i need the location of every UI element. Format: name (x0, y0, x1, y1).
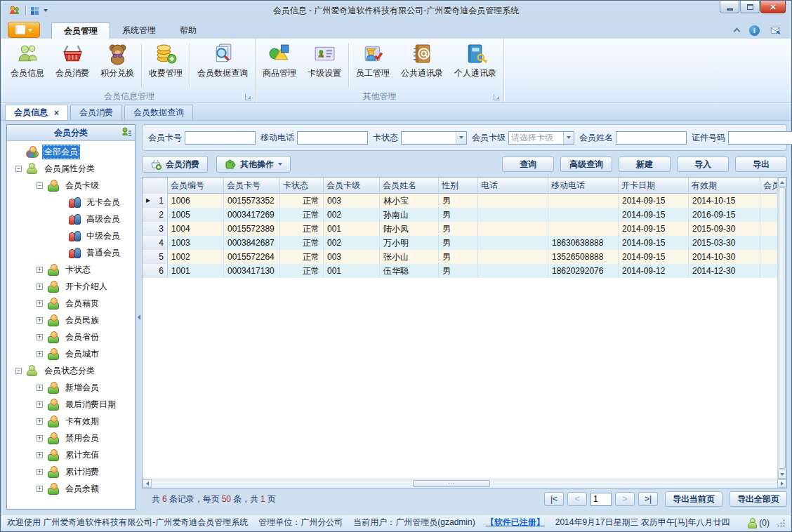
tree-expander-icon[interactable] (37, 284, 43, 290)
search-input[interactable] (728, 131, 792, 145)
tree-expander-icon[interactable] (15, 149, 22, 155)
tree-expander-icon[interactable] (37, 317, 43, 324)
vertical-scrollbar[interactable] (777, 178, 786, 479)
doc-tab-member-consume[interactable]: 会员消费 (70, 105, 122, 120)
prev-page-button[interactable]: < (567, 492, 587, 506)
column-header[interactable]: 会员卡级 (324, 178, 380, 194)
tree-item[interactable]: 会员籍贯 (7, 295, 135, 312)
tree-item[interactable]: 会员状态分类 (7, 362, 135, 379)
tree-expander-icon[interactable] (37, 182, 43, 189)
other-operations-button[interactable]: 其他操作 (216, 156, 291, 173)
tree-item[interactable]: 禁用会员 (7, 430, 135, 446)
next-page-button[interactable]: > (615, 492, 635, 506)
tree-expander-icon[interactable] (37, 452, 43, 458)
last-page-button[interactable]: >| (638, 492, 658, 506)
column-header[interactable]: 卡状态 (280, 178, 324, 194)
search-select[interactable]: 请选择卡级 (508, 131, 574, 145)
doc-tab-member-data-query[interactable]: 会员数据查询 (124, 105, 193, 120)
personal-contacts-button[interactable]: 个人通讯录 (449, 40, 502, 91)
tree-item[interactable]: 卡状态 (7, 261, 135, 278)
column-header[interactable]: 会员 (760, 178, 777, 194)
dropdown-button[interactable] (456, 132, 466, 144)
tree-expander-icon[interactable] (37, 300, 43, 307)
application-menu-button[interactable] (8, 22, 40, 38)
maximize-button[interactable] (740, 1, 760, 13)
member-info-button[interactable]: 会员信息 (5, 40, 50, 91)
tree-item[interactable]: 中级会员 (7, 227, 135, 244)
tree-expander-icon[interactable] (37, 385, 43, 391)
column-header[interactable]: 电话 (478, 178, 548, 194)
dropdown-button[interactable] (563, 132, 574, 144)
tree-item[interactable]: 最后消费日期 (7, 396, 135, 413)
search-input[interactable] (616, 131, 687, 145)
public-contacts-button[interactable]: 公共通讯录 (395, 40, 449, 91)
tree-item[interactable]: 累计消费 (7, 463, 135, 480)
ribbon-tab-help[interactable]: 帮助 (168, 22, 209, 39)
tree-expander-icon[interactable] (37, 435, 43, 441)
ribbon-tab-member[interactable]: 会员管理 (51, 22, 110, 39)
member-data-query-button[interactable]: 会员数据查询 (192, 40, 253, 91)
tree-item[interactable]: 卡有效期 (7, 413, 135, 430)
column-header[interactable]: 开卡日期 (619, 178, 689, 194)
resize-grip[interactable] (777, 519, 785, 527)
column-header[interactable]: 性别 (439, 178, 478, 194)
collapse-ribbon-icon[interactable] (734, 28, 741, 35)
tree-item[interactable]: 会员省份 (7, 328, 135, 345)
tree-item[interactable]: 会员属性分类 (7, 160, 135, 177)
member-consume-action-button[interactable]: 会员消费 (142, 156, 208, 173)
tree-expander-icon[interactable] (58, 199, 64, 206)
points-exchange-button[interactable]: 积分兑换 (95, 40, 140, 91)
tree-expander-icon[interactable] (37, 401, 43, 408)
table-row[interactable]: 5 1002 0015572264 正常 003 张小山 男 135265088… (143, 250, 777, 264)
create-button[interactable]: 新建 (619, 157, 671, 172)
column-header[interactable]: 会员编号 (168, 178, 224, 194)
minimize-button[interactable] (720, 1, 739, 13)
feedback-mail-icon[interactable] (770, 25, 781, 36)
tree-expander-icon[interactable] (15, 166, 22, 172)
tree-item[interactable]: 会员卡级 (7, 177, 135, 194)
tree-expander-icon[interactable] (58, 250, 64, 256)
vertical-scroll-thumb[interactable] (779, 187, 786, 469)
close-button[interactable] (760, 1, 786, 13)
horizontal-scrollbar[interactable] (143, 479, 786, 488)
tree-item[interactable]: 无卡会员 (7, 194, 135, 211)
scroll-up-button[interactable] (778, 178, 786, 187)
tree-item[interactable]: 开卡介绍人 (7, 278, 135, 295)
scroll-right-button[interactable] (777, 479, 786, 488)
tree-expander-icon[interactable] (58, 233, 64, 239)
tree-expander-icon[interactable] (37, 486, 43, 492)
advanced-query-button[interactable]: 高级查询 (560, 157, 612, 172)
tree-item[interactable]: 会员城市 (7, 345, 135, 362)
query-button[interactable]: 查询 (502, 157, 554, 172)
tree-item[interactable]: 累计充值 (7, 446, 135, 463)
panel-splitter[interactable] (136, 124, 142, 510)
tree-item[interactable]: 会员民族 (7, 312, 135, 328)
tree-item[interactable]: 全部会员 (7, 143, 135, 160)
window-layout-icon[interactable] (31, 7, 39, 15)
horizontal-scroll-thumb[interactable] (413, 480, 490, 487)
goods-management-button[interactable]: 商品管理 (257, 40, 302, 91)
dialog-launcher-icon[interactable] (245, 94, 251, 100)
tree-item[interactable]: 新增会员 (7, 379, 135, 396)
fee-management-button[interactable]: 收费管理 (143, 40, 188, 91)
tree-expander-icon[interactable] (37, 351, 43, 357)
tree-expander-icon[interactable] (37, 267, 43, 273)
dialog-launcher-icon[interactable] (494, 94, 500, 100)
tree-expander-icon[interactable] (15, 368, 22, 374)
table-row[interactable]: 3 1004 0015572389 正常 001 陆小凤 男 2014- (143, 222, 777, 236)
column-header[interactable]: 移动电话 (548, 178, 619, 194)
close-tab-icon[interactable]: × (54, 108, 59, 118)
tree-item[interactable]: 会员余额 (7, 480, 135, 497)
tree-expander-icon[interactable] (58, 216, 64, 222)
staff-management-button[interactable]: 员工管理 (350, 40, 395, 91)
scroll-left-button[interactable] (143, 479, 152, 488)
search-input[interactable] (297, 131, 368, 145)
info-icon[interactable] (749, 25, 760, 36)
table-row[interactable]: ▶1 1006 0015573352 正常 003 林小宝 男 2014 (143, 194, 777, 208)
tree-expander-icon[interactable] (37, 418, 43, 425)
tree-item[interactable]: 普通会员 (7, 244, 135, 261)
export-all-pages-button[interactable]: 导出全部页 (730, 491, 787, 507)
column-header[interactable]: 会员姓名 (380, 178, 439, 194)
export-button[interactable]: 导出 (735, 157, 787, 172)
search-select[interactable] (401, 131, 467, 145)
